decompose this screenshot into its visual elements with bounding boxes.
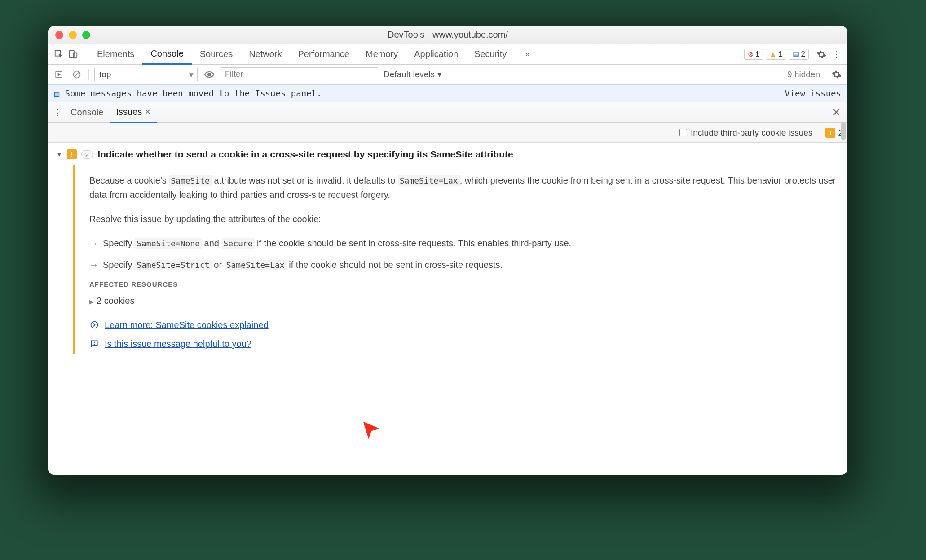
issue-resolve: Resolve this issue by updating the attri… xyxy=(89,212,838,226)
learn-more-link[interactable]: Learn more: SameSite cookies explained xyxy=(105,319,269,331)
drawer-tab-bar: ⋮ Console Issues✕ ✕ xyxy=(48,102,847,123)
arrow-icon: → xyxy=(89,258,98,272)
issue-title: Indicate whether to send a cookie in a c… xyxy=(97,149,513,160)
messages-badge[interactable]: ▤2 xyxy=(789,49,809,60)
tab-elements[interactable]: Elements xyxy=(89,44,142,64)
hidden-messages-count[interactable]: 9 hidden xyxy=(787,70,825,79)
window-title: DevTools - www.youtube.com/ xyxy=(48,30,847,40)
console-settings-icon[interactable] xyxy=(830,68,843,81)
tab-console[interactable]: Console xyxy=(142,44,191,65)
view-issues-link[interactable]: View issues xyxy=(785,88,841,98)
warnings-badge[interactable]: ▲1 xyxy=(766,49,786,60)
titlebar: DevTools - www.youtube.com/ xyxy=(48,26,847,44)
inspect-element-icon[interactable] xyxy=(53,48,65,61)
tab-memory[interactable]: Memory xyxy=(357,44,406,64)
issue-bullet-2: → Specify SameSite=Strict or SameSite=La… xyxy=(89,258,838,272)
devtools-window: DevTools - www.youtube.com/ Elements Con… xyxy=(48,26,847,475)
message-icon: ▤ xyxy=(54,88,59,98)
third-party-checkbox[interactable]: Include third-party cookie issues xyxy=(679,128,812,138)
affected-resources-header: AFFECTED RESOURCES xyxy=(89,279,838,290)
issues-content: ▼ 2 Indicate whether to send a cookie in… xyxy=(48,143,847,475)
arrow-icon: → xyxy=(89,236,98,250)
svg-marker-4 xyxy=(58,73,61,75)
feedback-row: Is this issue message helpful to you? xyxy=(89,337,838,350)
banner-text: Some messages have been moved to the Iss… xyxy=(65,88,322,98)
svg-point-7 xyxy=(207,73,211,76)
more-options-icon[interactable]: ⋮ xyxy=(830,48,843,61)
svg-point-8 xyxy=(91,322,98,328)
issue-icon xyxy=(825,128,835,138)
more-tabs-icon[interactable]: » xyxy=(521,48,534,61)
drawer-more-icon[interactable]: ⋮ xyxy=(52,106,64,119)
device-toolbar-icon[interactable] xyxy=(67,48,79,61)
settings-icon[interactable] xyxy=(815,48,828,61)
learn-more-row: Learn more: SameSite cookies explained xyxy=(89,319,838,331)
issue-icon xyxy=(67,149,77,159)
console-filter-bar: top Default levels▾ 9 hidden xyxy=(48,65,847,84)
issue-description: Because a cookie's SameSite attribute wa… xyxy=(89,173,838,202)
issues-options-bar: Include third-party cookie issues 2 xyxy=(48,123,847,143)
tab-application[interactable]: Application xyxy=(406,44,466,64)
svg-line-6 xyxy=(75,72,79,77)
main-tab-bar: Elements Console Sources Network Perform… xyxy=(48,44,847,65)
issues-count-badge: 2 xyxy=(819,128,843,138)
drawer-tab-issues[interactable]: Issues✕ xyxy=(110,103,157,123)
clear-console-icon[interactable] xyxy=(71,68,83,81)
issue-header[interactable]: ▼ 2 Indicate whether to send a cookie in… xyxy=(56,149,839,160)
feedback-icon xyxy=(89,339,99,349)
issue-bullet-1: → Specify SameSite=None and Secure if th… xyxy=(89,236,838,250)
tab-network[interactable]: Network xyxy=(241,44,290,64)
close-drawer-icon[interactable]: ✕ xyxy=(829,107,844,118)
expand-icon[interactable]: ▼ xyxy=(56,151,62,158)
execution-context-icon[interactable] xyxy=(53,68,65,81)
tab-sources[interactable]: Sources xyxy=(192,44,241,64)
context-selector[interactable]: top xyxy=(94,68,198,81)
disclosure-triangle-icon: ▶ xyxy=(89,298,94,305)
scrollbar-thumb[interactable] xyxy=(841,122,846,140)
svg-point-10 xyxy=(94,344,95,345)
feedback-link[interactable]: Is this issue message helpful to you? xyxy=(105,337,251,350)
issue-body: Because a cookie's SameSite attribute wa… xyxy=(73,165,839,354)
live-expression-icon[interactable] xyxy=(203,68,216,81)
external-link-icon xyxy=(89,320,99,330)
tab-security[interactable]: Security xyxy=(466,44,515,64)
close-tab-icon[interactable]: ✕ xyxy=(145,108,150,116)
filter-input[interactable] xyxy=(221,67,378,81)
tab-performance[interactable]: Performance xyxy=(290,44,358,64)
log-levels-selector[interactable]: Default levels▾ xyxy=(384,69,442,79)
drawer-tab-console[interactable]: Console xyxy=(64,102,110,122)
issues-banner: ▤ Some messages have been moved to the I… xyxy=(48,84,847,102)
affected-resources-item[interactable]: ▶2 cookies xyxy=(89,293,838,308)
issue-count-pill: 2 xyxy=(81,150,93,159)
main-tabs: Elements Console Sources Network Perform… xyxy=(89,44,534,64)
errors-badge[interactable]: ⊗1 xyxy=(744,49,763,60)
